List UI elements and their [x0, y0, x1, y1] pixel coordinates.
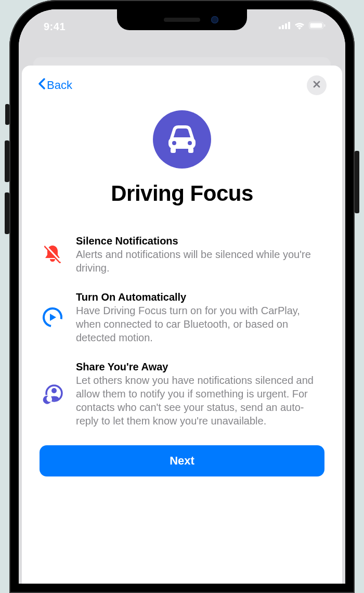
next-button[interactable]: Next	[40, 445, 324, 476]
chevron-left-icon	[37, 78, 46, 93]
svg-point-11	[188, 141, 192, 145]
feature-desc: Alerts and notifications will be silence…	[76, 248, 323, 275]
svg-point-16	[51, 388, 57, 393]
svg-rect-6	[324, 24, 326, 27]
feature-list: Silence Notifications Alerts and notific…	[37, 234, 327, 428]
volume-up-button	[5, 140, 9, 182]
svg-rect-8	[171, 148, 176, 153]
volume-down-button	[5, 192, 9, 234]
feature-title: Share You're Away	[76, 360, 323, 373]
driving-focus-icon	[153, 110, 211, 169]
play-circle-icon	[41, 306, 64, 328]
close-icon	[313, 80, 321, 91]
back-button[interactable]: Back	[37, 78, 72, 93]
feature-turn-on-automatically: Turn On Automatically Have Driving Focus…	[41, 290, 323, 344]
feature-share-away: Share You're Away Let others know you ha…	[41, 360, 323, 428]
bell-slash-icon	[41, 243, 64, 265]
phone-frame: 9:41	[9, 0, 355, 593]
feature-silence-notifications: Silence Notifications Alerts and notific…	[41, 234, 323, 275]
close-button[interactable]	[307, 75, 327, 95]
status-time: 9:41	[34, 21, 66, 33]
feature-desc: Let others know you have notifications s…	[76, 373, 323, 428]
svg-rect-2	[285, 23, 287, 29]
battery-icon	[309, 22, 326, 31]
cellular-icon	[279, 22, 290, 31]
silence-switch	[5, 104, 9, 125]
person-moon-icon	[41, 383, 64, 405]
page-title: Driving Focus	[111, 181, 253, 206]
back-label: Back	[47, 79, 72, 92]
modal-card: Back	[22, 66, 342, 584]
next-label: Next	[170, 454, 194, 468]
svg-rect-3	[288, 22, 290, 29]
feature-desc: Have Driving Focus turn on for you with …	[76, 304, 323, 344]
feature-title: Silence Notifications	[76, 234, 323, 248]
power-button	[355, 151, 359, 213]
svg-rect-5	[310, 23, 322, 28]
svg-rect-9	[188, 148, 193, 153]
svg-point-10	[172, 141, 176, 145]
svg-rect-0	[279, 27, 281, 29]
wifi-icon	[294, 21, 305, 32]
notch	[117, 9, 247, 30]
feature-title: Turn On Automatically	[76, 290, 323, 304]
svg-rect-1	[282, 25, 284, 29]
